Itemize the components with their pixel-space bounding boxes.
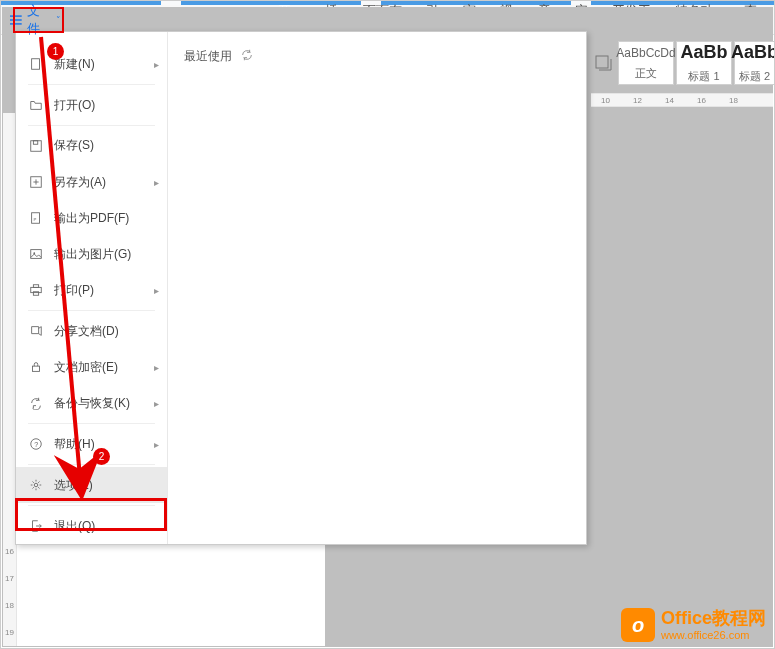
- svg-text:P: P: [33, 217, 36, 222]
- svg-point-27: [34, 483, 38, 487]
- folder-icon: [28, 97, 44, 113]
- share-icon: [28, 323, 44, 339]
- pdf-icon: P: [28, 210, 44, 226]
- svg-rect-14: [31, 141, 42, 152]
- recent-label: 最近使用: [184, 48, 232, 65]
- menu-exportimg[interactable]: 输出为图片(G): [16, 236, 167, 272]
- menu-exportpdf[interactable]: P 输出为PDF(F): [16, 200, 167, 236]
- backup-icon: [28, 395, 44, 411]
- lock-icon: [28, 359, 44, 375]
- style-heading2[interactable]: AaBb 标题 2: [734, 41, 774, 85]
- chevron-right-icon: ▸: [154, 59, 159, 70]
- svg-rect-13: [32, 59, 40, 70]
- svg-text:?: ?: [34, 441, 38, 448]
- chevron-down-icon: ˅: [56, 15, 61, 25]
- chevron-right-icon: ▸: [154, 439, 159, 450]
- menu-options[interactable]: 选项(L): [16, 467, 167, 503]
- watermark: o Office教程网 www.office26.com: [621, 608, 766, 642]
- file-menu-panel: 新建(N) ▸ 打开(O) 保存(S) 另存为(A) ▸ P 输出为PDF(F)…: [15, 31, 587, 545]
- styles-gallery: AaBbCcDd 正文 AaBb 标题 1 AaBb 标题 2: [590, 41, 774, 85]
- menu-new[interactable]: 新建(N) ▸: [16, 46, 167, 82]
- callout-2: 2: [93, 448, 110, 465]
- svg-rect-15: [33, 141, 37, 145]
- watermark-logo-icon: o: [621, 608, 655, 642]
- svg-rect-22: [33, 285, 38, 288]
- saveas-icon: [28, 174, 44, 190]
- file-menu-content: 最近使用: [168, 32, 586, 544]
- gear-icon: [28, 477, 44, 493]
- new-style-icon: [593, 53, 613, 73]
- menu-backup[interactable]: 备份与恢复(K) ▸: [16, 385, 167, 421]
- exit-icon: [28, 518, 44, 534]
- svg-rect-24: [33, 366, 40, 371]
- file-label: 文件: [27, 2, 52, 38]
- style-normal[interactable]: AaBbCcDd 正文: [618, 41, 674, 85]
- menu-share[interactable]: 分享文档(D): [16, 313, 167, 349]
- file-menu-list: 新建(N) ▸ 打开(O) 保存(S) 另存为(A) ▸ P 输出为PDF(F)…: [16, 32, 168, 544]
- svg-rect-10: [596, 56, 608, 68]
- chevron-right-icon: ▸: [154, 177, 159, 188]
- chevron-right-icon: ▸: [154, 362, 159, 373]
- svg-rect-19: [31, 250, 42, 259]
- callout-1: 1: [47, 43, 64, 60]
- help-icon: ?: [28, 436, 44, 452]
- style-heading1[interactable]: AaBb 标题 1: [676, 41, 732, 85]
- menu-saveas[interactable]: 另存为(A) ▸: [16, 164, 167, 200]
- print-icon: [28, 282, 44, 298]
- refresh-icon[interactable]: [240, 48, 254, 65]
- file-menu-button[interactable]: 文件 ˅: [1, 6, 69, 33]
- menu-save[interactable]: 保存(S): [16, 128, 167, 164]
- save-icon: [28, 138, 44, 154]
- image-icon: [28, 246, 44, 262]
- new-style-button[interactable]: [590, 53, 616, 73]
- menu-help[interactable]: ? 帮助(H) ▸: [16, 426, 167, 462]
- menu-print[interactable]: 打印(P) ▸: [16, 272, 167, 308]
- menu-exit[interactable]: 退出(Q): [16, 508, 167, 544]
- new-icon: [28, 56, 44, 72]
- menu-open[interactable]: 打开(O): [16, 87, 167, 123]
- menu-icon: [9, 14, 23, 26]
- chevron-right-icon: ▸: [154, 285, 159, 296]
- chevron-right-icon: ▸: [154, 398, 159, 409]
- menu-encrypt[interactable]: 文档加密(E) ▸: [16, 349, 167, 385]
- horizontal-ruler: 10 12 14 16 18: [591, 93, 773, 107]
